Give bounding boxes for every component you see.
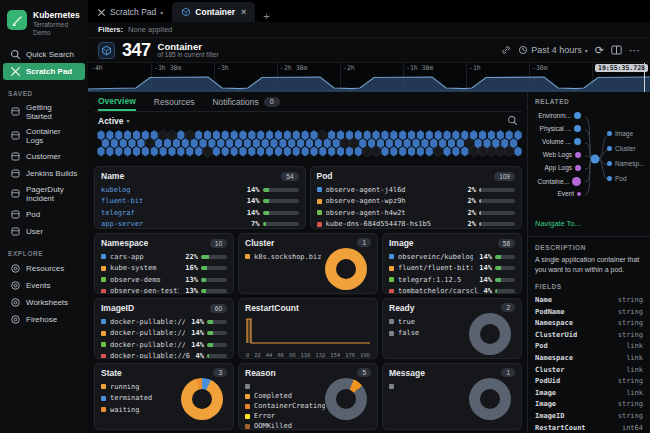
facet-row[interactable]: fluent/fluent-bit:1.4.3 14% [389, 263, 515, 275]
legend-row[interactable]: Completed [245, 391, 325, 401]
facet-value-link[interactable]: telegraf [101, 209, 241, 217]
panel-count-badge: 3 [213, 368, 227, 377]
facet-row[interactable]: docker-pullable://682401 4% [101, 351, 227, 360]
related-node[interactable]: Containe... [535, 177, 581, 186]
related-node[interactable]: App Logs [535, 164, 581, 171]
facet-row[interactable]: telegraf:1.12.5 14% [389, 274, 515, 286]
node-dot [574, 112, 581, 119]
related-node[interactable]: Environm... [535, 112, 581, 119]
legend-row[interactable]: k8s.sockshop.biz [245, 251, 325, 263]
x-axis-tick: 22 [254, 352, 261, 358]
more-options-button[interactable]: ⋯ [629, 44, 640, 57]
legend-row[interactable]: running [101, 381, 181, 393]
refresh-button[interactable]: ⟳ [595, 44, 604, 57]
time-range-picker[interactable]: Past 4 hours ▾ [518, 45, 588, 55]
workspace-header[interactable]: Kubernetes Terraformed Demo [0, 6, 88, 46]
facet-row[interactable]: observeinc/kubelog 14% [389, 251, 515, 263]
time-range-brush[interactable]: -4h-3h 30m-3h-2h 30m-2h-1h 30m-1h-30m 19… [88, 62, 650, 91]
x-axis-tick: 110 [301, 352, 311, 358]
share-link-button[interactable] [501, 45, 511, 55]
layout-toggle-button[interactable] [611, 45, 622, 55]
panel-restartcount: RestartCount 022446688110132154176198 [238, 298, 378, 359]
sidebar-item[interactable]: Container Logs [3, 124, 85, 148]
facet-row[interactable]: kube-system 16% [101, 263, 227, 275]
legend-row[interactable]: false [389, 328, 469, 340]
legend-row[interactable]: true [389, 316, 469, 328]
related-node[interactable]: Physical ... [535, 125, 581, 132]
facet-row[interactable]: observe-agent-h4w2t 2% [317, 207, 516, 219]
panel-count-badge: 1 [357, 238, 371, 247]
related-node[interactable]: Cluster [607, 145, 636, 152]
facet-percent: 14% [191, 318, 204, 326]
close-tab-icon[interactable]: × [241, 7, 246, 17]
related-node[interactable]: Web Logs [535, 151, 581, 158]
new-tab-button[interactable]: + [255, 10, 277, 22]
legend-row[interactable]: ContainerCreating [245, 401, 325, 411]
facet-row[interactable]: docker-pullable://telegr 14% [101, 339, 227, 351]
tab-container[interactable]: Container × [172, 2, 255, 22]
sidebar-item[interactable]: Getting Started [3, 100, 85, 124]
sidebar-item[interactable]: Jenkins Builds [3, 165, 85, 182]
sidebar-item[interactable]: Worksheets [3, 294, 85, 311]
sidebar-item-label: Scratch Pad [26, 67, 72, 76]
sidebar-item[interactable]: Resources [3, 260, 85, 277]
related-node[interactable]: Image [607, 130, 633, 137]
node-dot [574, 125, 581, 132]
facet-row[interactable]: app-server 7% [101, 219, 299, 230]
facet-row[interactable]: observe-demo 13% [101, 274, 227, 286]
instance-honeycomb[interactable] [94, 129, 522, 162]
sidebar-item[interactable]: Customer [3, 148, 85, 165]
navigate-to-link[interactable]: Navigate To... [535, 219, 643, 228]
legend-row[interactable]: OOMKilled [245, 421, 325, 430]
facet-row[interactable]: kubelog 14% [101, 184, 299, 196]
related-node[interactable]: Event [535, 190, 581, 197]
tab-resources[interactable]: Resources [154, 92, 195, 111]
tab-overview[interactable]: Overview [98, 92, 136, 111]
facet-row[interactable]: tombatchelor/carscleanup 4% [389, 286, 515, 295]
sidebar-item[interactable]: PagerDuty Incident [3, 182, 85, 206]
legend-row[interactable]: terminated [101, 393, 181, 405]
legend-row[interactable]: waiting [101, 404, 181, 416]
facet-row[interactable]: telegraf 14% [101, 207, 299, 219]
node-label: Cluster [615, 145, 636, 152]
series-swatch [317, 222, 322, 227]
legend-row[interactable]: Error [245, 411, 325, 421]
facet-value-link[interactable]: kubelog [101, 186, 241, 194]
facet-row[interactable]: cars-app 22% [101, 251, 227, 263]
tab-scratch-pad[interactable]: Scratch Pad ▾ [88, 2, 172, 22]
facet-value-link[interactable]: app-server [101, 220, 245, 228]
facet-row[interactable]: docker-pullable://observ 14% [101, 316, 227, 328]
sidebar-item[interactable]: Pod [3, 206, 85, 223]
field-row: PodName string [535, 306, 643, 318]
facet-row[interactable]: docker-pullable://fluent 14% [101, 328, 227, 340]
notifications-count-badge: 0 [264, 97, 280, 107]
panel-title: RestartCount [245, 303, 299, 313]
related-node[interactable]: Volume ... [535, 138, 581, 145]
sidebar-item[interactable]: Firehose [3, 311, 85, 328]
sidebar-item-quick-search[interactable]: Quick Search [3, 46, 85, 63]
tab-notifications[interactable]: Notifications 0 [212, 92, 279, 111]
sidebar-item-icon [10, 130, 21, 141]
facet-row[interactable]: observe-agent-j4l6d 2% [317, 184, 516, 196]
filters-bar[interactable]: Filters: None applied [88, 22, 650, 38]
series-swatch [101, 277, 106, 282]
node-dot [572, 177, 581, 186]
facet-row[interactable]: kube-dns-684d554478-hs1b5 2% [317, 219, 516, 230]
legend-row[interactable] [245, 381, 325, 391]
sidebar-item[interactable]: Events [3, 277, 85, 294]
facet-row[interactable]: observe-pen-test1 13% [101, 286, 227, 295]
related-node[interactable]: Pod [607, 175, 627, 182]
legend-row[interactable] [389, 381, 469, 393]
sidebar-item-scratch-pad[interactable]: Scratch Pad [3, 63, 85, 80]
sidebar-item[interactable]: User [3, 223, 85, 240]
node-dot [577, 192, 581, 196]
node-label: Environm... [538, 112, 571, 119]
facet-row[interactable]: observe-agent-wpz9h 2% [317, 196, 516, 208]
fields-list: Name string PodName string Namespace str… [535, 294, 643, 433]
facet-value-link[interactable]: fluent-bit [101, 197, 241, 205]
active-dropdown[interactable]: Active [98, 116, 124, 126]
facet-row[interactable]: fluent-bit 14% [101, 196, 299, 208]
facet-bar [479, 188, 515, 192]
related-node[interactable]: Namesp... [607, 160, 645, 167]
search-icon[interactable] [507, 115, 518, 126]
